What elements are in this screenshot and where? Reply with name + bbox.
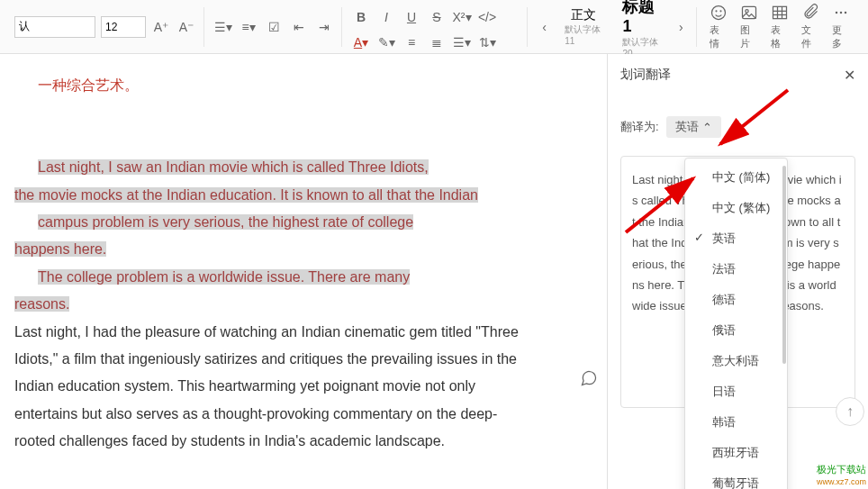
language-dropdown: 中文 (简体) 中文 (繁体) 英语 法语 德语 俄语 意大利语 日语 韩语 西…: [684, 158, 788, 489]
next-style-icon[interactable]: ›: [674, 17, 689, 37]
italic-icon[interactable]: I: [376, 7, 396, 27]
styles-group: ‹ 正文 默认字体 11 标题1 默认字体 20 ›: [529, 7, 697, 47]
lang-option-pt[interactable]: 葡萄牙语: [685, 468, 787, 489]
ordered-list-icon[interactable]: ≡▾: [239, 17, 258, 37]
highlight-icon[interactable]: ✎▾: [376, 32, 396, 52]
lang-option-en[interactable]: 英语: [685, 223, 787, 254]
font-color-icon[interactable]: A▾: [351, 32, 371, 52]
lang-option-it[interactable]: 意大利语: [685, 346, 787, 376]
decrease-font-icon[interactable]: A⁻: [176, 17, 196, 37]
align-center-icon[interactable]: ≣: [427, 32, 447, 52]
lang-option-ja[interactable]: 日语: [685, 376, 787, 407]
style-heading1[interactable]: 标题1 默认字体 20: [615, 0, 667, 60]
text-p1b: the movie mocks at the Indian education.…: [14, 187, 478, 203]
svg-point-0: [712, 5, 726, 19]
back-to-top-button[interactable]: ↑: [836, 397, 864, 426]
style-normal-label: 正文: [571, 7, 596, 23]
text-p3b: reasons.: [14, 296, 69, 312]
document-editor[interactable]: 一种综合艺术。 Last night, I saw an Indian movi…: [0, 54, 607, 489]
svg-point-11: [840, 11, 843, 14]
strike-icon[interactable]: S: [427, 7, 447, 27]
underline-icon[interactable]: U: [402, 7, 421, 27]
language-selector[interactable]: 英语 ⌃: [666, 116, 721, 138]
comment-icon[interactable]: [580, 369, 598, 396]
style-h1-label: 标题1: [622, 0, 660, 36]
lang-option-de[interactable]: 德语: [685, 285, 787, 315]
close-icon[interactable]: ✕: [844, 67, 855, 84]
lang-option-ko[interactable]: 韩语: [685, 407, 787, 438]
watermark: 极光下载站 www.xz7.com: [817, 464, 866, 487]
svg-point-12: [845, 11, 847, 14]
prev-style-icon[interactable]: ‹: [537, 17, 552, 37]
current-language: 英语: [675, 119, 699, 135]
svg-point-1: [716, 10, 717, 11]
list-group: ☰▾ ≡▾ ☑ ⇤ ⇥: [206, 7, 342, 47]
superscript-icon[interactable]: X²▾: [452, 7, 472, 27]
text-p2a: campus problem is very serious, the high…: [38, 214, 413, 230]
text-p1a: Last night, I saw an Indian movie which …: [38, 159, 429, 175]
chevron-up-icon: ⌃: [702, 121, 712, 134]
file-button[interactable]: 文件: [798, 2, 823, 52]
dropdown-scrollbar[interactable]: [782, 166, 786, 364]
lang-option-ru[interactable]: 俄语: [685, 315, 787, 346]
indent-icon[interactable]: ⇥: [314, 17, 334, 37]
table-button[interactable]: 表格: [767, 2, 792, 52]
checkbox-icon[interactable]: ☑: [264, 17, 284, 37]
svg-point-4: [746, 9, 748, 12]
format-row2: B I U S X²▾ </> A▾ ✎▾ ≡ ≣ ☰▾ ⇅▾: [344, 7, 528, 47]
style-normal-sub: 默认字体 11: [565, 23, 602, 46]
font-family-select[interactable]: [14, 16, 95, 38]
text-line-art: 一种综合艺术。: [38, 72, 592, 99]
code-icon[interactable]: </>: [477, 7, 497, 27]
more-button[interactable]: 更多: [828, 2, 854, 52]
text-p4: Last night, I had the pleasure of watchi…: [14, 319, 519, 456]
style-normal[interactable]: 正文 默认字体 11: [557, 5, 610, 48]
lang-option-zh-tw[interactable]: 中文 (繁体): [685, 193, 787, 223]
emoji-button[interactable]: 表情: [706, 2, 731, 52]
font-size-select[interactable]: [101, 16, 146, 38]
text-p3a: The college problem is a worldwide issue…: [38, 269, 410, 285]
image-button[interactable]: 图片: [737, 2, 762, 52]
bold-icon[interactable]: B: [351, 7, 371, 27]
translate-label: 翻译为:: [620, 119, 659, 135]
line-height-icon[interactable]: ⇅▾: [477, 32, 497, 52]
panel-title: 划词翻译: [620, 67, 671, 84]
lang-option-es[interactable]: 西班牙语: [685, 438, 787, 468]
lang-option-fr[interactable]: 法语: [685, 254, 787, 285]
align-spread-icon[interactable]: ☰▾: [452, 32, 472, 52]
svg-rect-5: [773, 6, 787, 18]
text-p2b: happens here.: [14, 241, 106, 257]
bullet-list-icon[interactable]: ☰▾: [213, 17, 233, 37]
svg-point-10: [836, 11, 838, 14]
font-group: A⁺ A⁻: [7, 7, 204, 47]
svg-point-2: [720, 10, 721, 11]
lang-option-zh-cn[interactable]: 中文 (简体): [685, 162, 787, 193]
toolbar: A⁺ A⁻ ☰▾ ≡▾ ☑ ⇤ ⇥ B I U S X²▾ </> A▾ ✎▾ …: [0, 0, 868, 54]
align-left-icon[interactable]: ≡: [402, 32, 421, 52]
increase-font-icon[interactable]: A⁺: [151, 17, 171, 37]
outdent-icon[interactable]: ⇤: [289, 17, 309, 37]
insert-group: 表情 图片 表格 文件 更多: [699, 7, 861, 47]
